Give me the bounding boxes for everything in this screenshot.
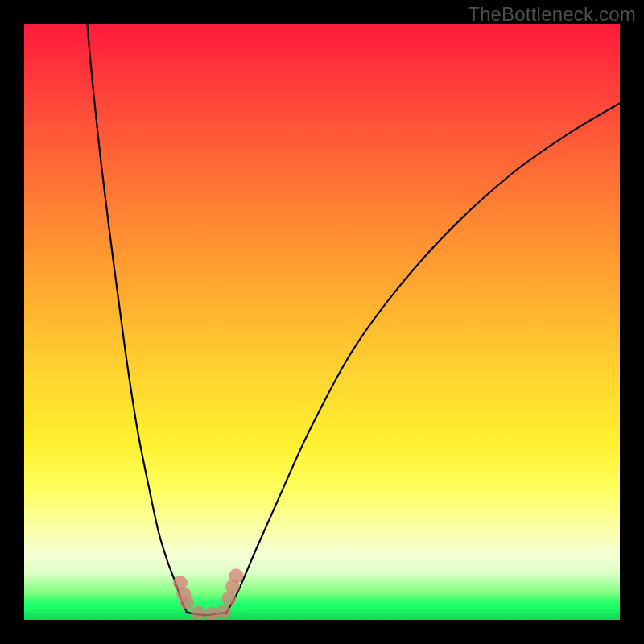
bottleneck-curve [87, 24, 620, 615]
plot-area [24, 24, 620, 620]
chart-frame: TheBottleneck.com [0, 0, 644, 644]
watermark-text: TheBottleneck.com [468, 3, 636, 26]
data-marker [191, 605, 205, 620]
chart-svg [24, 24, 620, 620]
data-markers [173, 568, 244, 620]
data-marker [217, 605, 231, 619]
data-marker [229, 568, 243, 583]
data-marker [180, 596, 194, 610]
